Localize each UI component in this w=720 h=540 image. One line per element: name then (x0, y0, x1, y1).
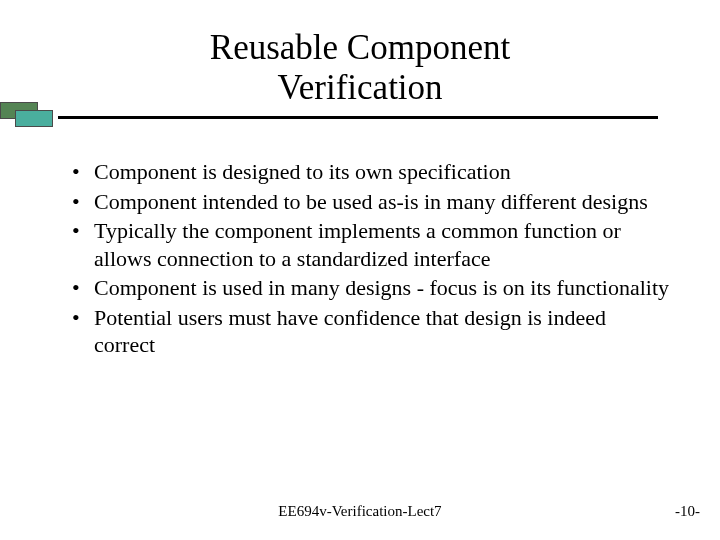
list-item: Potential users must have confidence tha… (72, 304, 672, 359)
list-item: Component is designed to its own specifi… (72, 158, 672, 186)
list-item: Component intended to be used as-is in m… (72, 188, 672, 216)
title-underline (58, 116, 658, 119)
title-line-2: Verification (277, 68, 442, 107)
list-item: Component is used in many designs - focu… (72, 274, 672, 302)
list-item: Typically the component implements a com… (72, 217, 672, 272)
slide-title: Reusable Component Verification (0, 28, 720, 109)
decor-box-front (15, 110, 53, 127)
footer-center-text: EE694v-Verification-Lect7 (0, 503, 720, 520)
title-line-1: Reusable Component (210, 28, 510, 67)
decorative-boxes-icon (0, 102, 54, 128)
slide-number: -10- (675, 503, 700, 520)
bullet-list: Component is designed to its own specifi… (72, 158, 672, 361)
